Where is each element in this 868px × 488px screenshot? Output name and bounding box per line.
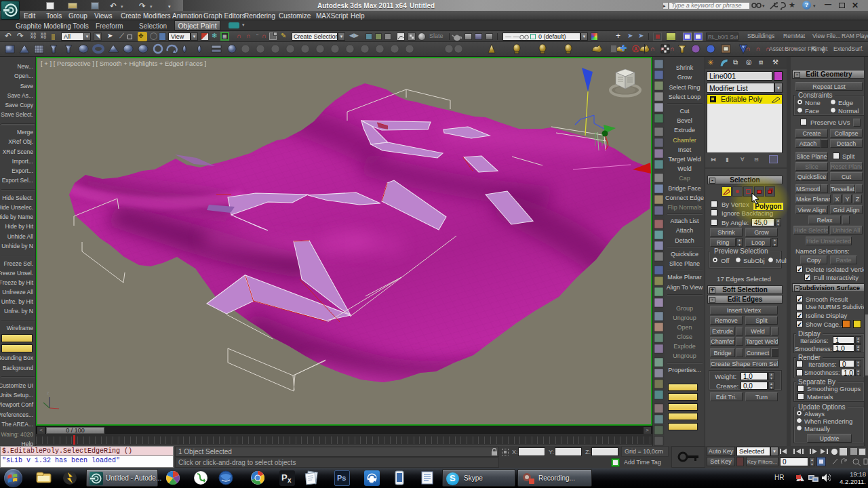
svg-text:z: z (47, 390, 50, 395)
